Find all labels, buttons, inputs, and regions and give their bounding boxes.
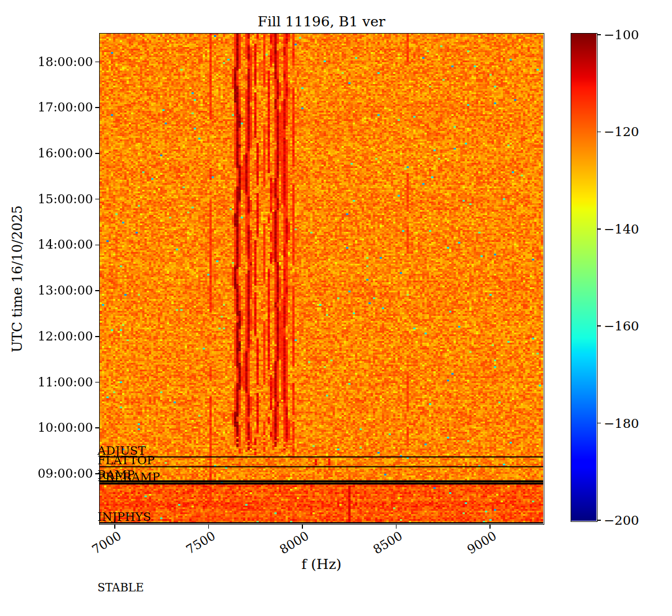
y-tick-label: 13:00:00 [20,283,93,298]
y-tick-mark [95,107,100,108]
x-tick-mark [396,524,397,529]
x-tick-mark [114,524,115,529]
beam-mode-label-adjust: ADJUST [97,445,146,457]
colorbar-tick-label: −100 [604,27,654,42]
colorbar-canvas [571,34,596,521]
y-tick-mark [95,62,100,63]
colorbar-tick-label: −120 [604,124,654,139]
y-tick-mark [95,427,100,428]
plot-title: Fill 11196, B1 ver [100,13,543,30]
y-tick-mark [95,245,100,246]
x-tick-mark [208,524,209,529]
y-tick-mark [95,290,100,291]
y-tick-label: 17:00:00 [20,100,93,115]
figure: Fill 11196, B1 ver UTC time 16/10/2025 1… [0,0,672,616]
y-tick-label: 16:00:00 [20,146,93,161]
colorbar-tick-label: −200 [604,513,654,528]
beam-mode-label-ramp: RAMP [97,469,135,481]
y-tick-label: 14:00:00 [20,237,93,252]
y-tick-mark [95,336,100,337]
beam-mode-label-injphys: INJPHYS [97,511,151,523]
colorbar-tick-mark [597,228,601,230]
y-tick-label: 09:00:00 [20,466,93,481]
y-tick-mark [95,153,100,154]
colorbar-tick-mark [597,132,601,133]
x-axis-label: f (Hz) [100,556,543,572]
colorbar-tick-label: −180 [604,416,654,431]
y-tick-mark [95,382,100,383]
beam-mode-label-stable: STABLE [97,582,144,594]
colorbar-tick-mark [597,34,601,35]
x-tick-mark [489,524,491,529]
colorbar-tick-label: −140 [604,222,654,236]
y-tick-label: 15:00:00 [20,192,93,207]
y-tick-label: 12:00:00 [20,329,93,344]
spectrogram-canvas [100,34,543,524]
y-tick-mark [95,199,100,200]
x-tick-mark [302,524,303,529]
y-tick-label: 10:00:00 [20,421,93,435]
colorbar-tick-mark [597,423,601,424]
y-tick-label: 11:00:00 [20,375,93,390]
y-tick-label: 18:00:00 [20,55,93,69]
colorbar-tick-mark [597,325,601,326]
colorbar-tick-mark [597,520,601,521]
colorbar-tick-label: −160 [604,319,654,333]
